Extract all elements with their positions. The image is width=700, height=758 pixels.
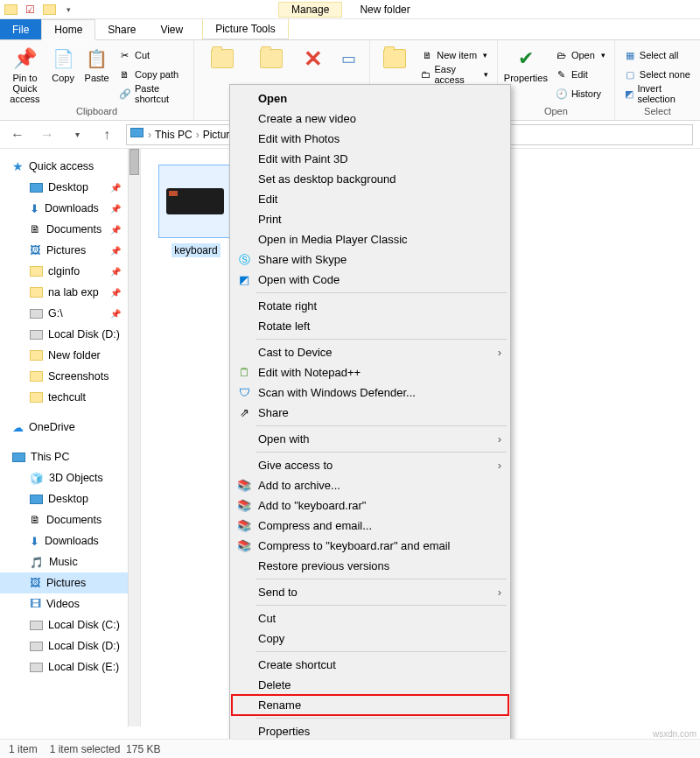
sidebar-item-clginfo[interactable]: clginfo📌 xyxy=(0,261,128,282)
ctx-rotate-left[interactable]: Rotate left xyxy=(232,316,508,336)
ctx-separator xyxy=(256,425,507,426)
move-to-button[interactable] xyxy=(200,44,245,70)
sidebar-item-screenshots[interactable]: Screenshots xyxy=(0,366,128,387)
copy-button[interactable]: 📄 Copy xyxy=(48,44,79,104)
ctx-send-to[interactable]: Send to› xyxy=(232,582,508,602)
window-title: New folder xyxy=(360,4,410,16)
sidebar-quick-access[interactable]: ★Quick access xyxy=(0,156,128,177)
rename-button-ribbon[interactable]: ▭ xyxy=(332,44,364,70)
ctx-rotate-right[interactable]: Rotate right xyxy=(232,296,508,316)
paste-shortcut-button[interactable]: 🔗Paste shortcut xyxy=(116,85,188,102)
sidebar-item-documents-2[interactable]: 🗎Documents xyxy=(0,509,128,530)
tab-file[interactable]: File xyxy=(0,19,41,39)
pictures-icon: 🖼 xyxy=(30,244,41,256)
ribbon-tabs: File Home Share View Picture Tools xyxy=(0,19,700,40)
ctx-copy[interactable]: Copy xyxy=(232,628,508,649)
sidebar-item-videos[interactable]: 🎞Videos xyxy=(0,593,128,614)
invert-selection-button[interactable]: ◩Invert selection xyxy=(620,85,695,102)
ctx-print[interactable]: Print xyxy=(232,209,508,229)
history-button[interactable]: 🕘History xyxy=(552,85,609,102)
documents-icon: 🗎 xyxy=(30,514,41,526)
sidebar-scrollbar[interactable] xyxy=(128,149,140,726)
sidebar-item-local-e[interactable]: Local Disk (E:) xyxy=(0,656,128,677)
ctx-restore-versions[interactable]: Restore previous versions xyxy=(232,556,508,576)
file-item-keyboard[interactable]: keyboard xyxy=(158,165,234,257)
tab-picture-tools[interactable]: Picture Tools xyxy=(202,19,288,39)
new-item-button[interactable]: 🗎New item▾ xyxy=(417,46,492,64)
select-none-button[interactable]: ▢Select none xyxy=(620,66,695,83)
ctx-create-video[interactable]: Create a new video xyxy=(232,109,508,129)
sidebar-item-pictures-2[interactable]: 🖼Pictures xyxy=(0,572,128,593)
copy-path-button[interactable]: 🗎Copy path xyxy=(116,66,188,83)
copy-to-button[interactable] xyxy=(248,44,294,70)
pin-quick-access-button[interactable]: 📌 Pin to Quick access xyxy=(5,44,45,104)
cut-button[interactable]: ✂Cut xyxy=(116,46,188,64)
sidebar-item-na-lab-exp[interactable]: na lab exp📌 xyxy=(0,282,128,303)
sidebar-item-pictures[interactable]: 🖼Pictures📌 xyxy=(0,240,128,261)
edit-button[interactable]: ✎Edit xyxy=(552,66,609,83)
sidebar-item-local-disk-d[interactable]: Local Disk (D:) xyxy=(0,324,128,345)
ctx-edit-photos[interactable]: Edit with Photos xyxy=(232,129,508,149)
sidebar-item-music[interactable]: 🎵Music xyxy=(0,551,128,572)
delete-button[interactable]: ✕ xyxy=(298,44,329,70)
pin-icon: 📌 xyxy=(110,225,121,235)
paste-button[interactable]: 📋 Paste xyxy=(81,44,112,104)
new-folder-button[interactable] xyxy=(375,44,414,83)
ctx-open-with[interactable]: Open with› xyxy=(232,429,508,449)
ctx-delete[interactable]: Delete xyxy=(232,675,508,695)
ctx-add-keyboard-rar[interactable]: 📚Add to "keyboard.rar" xyxy=(232,495,508,516)
sidebar-item-new-folder[interactable]: New folder xyxy=(0,345,128,366)
ctx-open[interactable]: Open xyxy=(232,88,508,109)
scroll-thumb[interactable] xyxy=(130,149,139,175)
ctx-mpc[interactable]: Open in Media Player Classic xyxy=(232,229,508,249)
sidebar-item-desktop[interactable]: Desktop📌 xyxy=(0,177,128,198)
sidebar-item-g-drive[interactable]: G:\📌 xyxy=(0,303,128,324)
sidebar-item-downloads-2[interactable]: ⬇Downloads xyxy=(0,530,128,551)
up-button[interactable]: ↑ xyxy=(96,124,117,145)
tab-share[interactable]: Share xyxy=(95,19,148,39)
paste-icon: 📋 xyxy=(86,47,108,70)
select-all-button[interactable]: ▦Select all xyxy=(620,46,695,64)
properties-icon[interactable]: ☑ xyxy=(23,3,37,17)
star-icon: ★ xyxy=(12,159,24,173)
ctx-skype[interactable]: ⓈShare with Skype xyxy=(232,249,508,270)
chevron-down-icon[interactable]: ▾ xyxy=(61,3,75,17)
sidebar-item-techcult[interactable]: techcult xyxy=(0,387,128,408)
ctx-cast[interactable]: Cast to Device› xyxy=(232,342,508,362)
back-button[interactable]: ← xyxy=(7,124,28,145)
group-open: ✔Properties 🗁Open▾ ✎Edit 🕘History Open xyxy=(498,40,615,120)
ctx-defender[interactable]: 🛡Scan with Windows Defender... xyxy=(232,383,508,403)
sidebar-item-3d-objects[interactable]: 🧊3D Objects xyxy=(0,467,128,488)
history-icon: 🕘 xyxy=(556,88,568,100)
sidebar-item-local-c[interactable]: Local Disk (C:) xyxy=(0,614,128,635)
ctx-vscode[interactable]: ◩Open with Code xyxy=(232,270,508,290)
group-open-label: Open xyxy=(503,106,609,118)
ctx-create-shortcut[interactable]: Create shortcut xyxy=(232,655,508,675)
ctx-set-background[interactable]: Set as desktop background xyxy=(232,169,508,189)
sidebar-onedrive[interactable]: ☁OneDrive xyxy=(0,417,128,438)
ctx-share[interactable]: ⇗Share xyxy=(232,403,508,423)
sidebar-item-documents[interactable]: 🗎Documents📌 xyxy=(0,219,128,240)
ctx-give-access[interactable]: Give access to› xyxy=(232,455,508,475)
breadcrumb-this-pc[interactable]: This PC xyxy=(155,129,192,141)
ctx-notepadpp[interactable]: 🗒Edit with Notepad++ xyxy=(232,362,508,383)
ctx-compress-email[interactable]: 📚Compress and email... xyxy=(232,516,508,536)
sidebar-this-pc[interactable]: This PC xyxy=(0,446,128,467)
sidebar-item-desktop-2[interactable]: Desktop xyxy=(0,488,128,509)
tab-home[interactable]: Home xyxy=(41,19,95,40)
sidebar-item-local-d[interactable]: Local Disk (D:) xyxy=(0,635,128,656)
ctx-compress-kb-email[interactable]: 📚Compress to "keyboard.rar" and email xyxy=(232,536,508,556)
ctx-cut[interactable]: Cut xyxy=(232,608,508,628)
tab-view[interactable]: View xyxy=(148,19,195,39)
folder-icon xyxy=(30,350,43,361)
sidebar-item-downloads[interactable]: ⬇Downloads📌 xyxy=(0,198,128,219)
ctx-rename[interactable]: Rename xyxy=(232,695,508,715)
open-button[interactable]: 🗁Open▾ xyxy=(552,46,609,64)
ctx-paint3d[interactable]: Edit with Paint 3D xyxy=(232,149,508,169)
forward-button[interactable]: → xyxy=(37,124,58,145)
ctx-edit[interactable]: Edit xyxy=(232,189,508,209)
new-folder-icon[interactable] xyxy=(42,3,56,17)
recent-locations-button[interactable]: ▾ xyxy=(66,124,88,145)
easy-access-button[interactable]: 🗀Easy access▾ xyxy=(417,66,492,83)
ctx-add-archive[interactable]: 📚Add to archive... xyxy=(232,475,508,495)
